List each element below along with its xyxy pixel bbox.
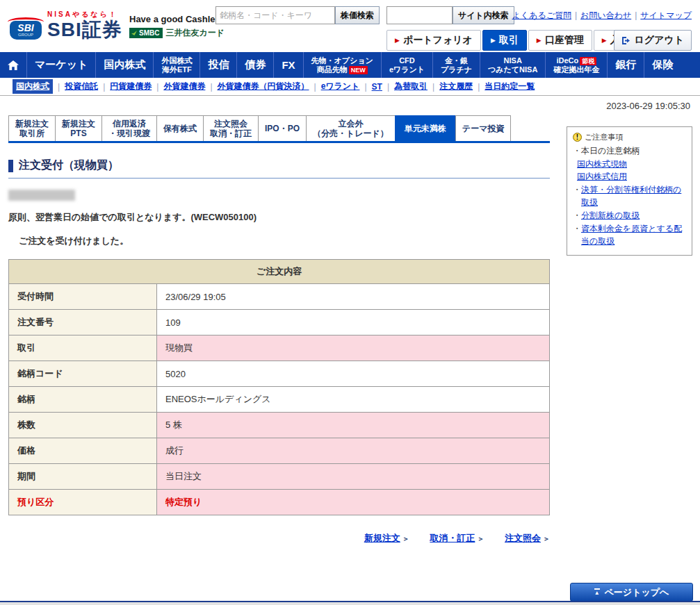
trade-button[interactable]: ▶ 取引 [482,30,527,51]
nav-insurance[interactable]: 保険 [644,52,681,78]
order-detail-table: ご注文内容 受付時間 23/06/29 19:05 注文番号 109 取引 現物… [8,259,550,515]
nav-fx[interactable]: FX [273,52,302,78]
account-name-redacted [8,190,75,201]
new-badge: NEW [349,66,368,74]
tab-order-inquiry[interactable]: 注文照会取消・訂正 [203,115,259,141]
sub-nav: 国内株式| 投資信託| 円貨建債券| 外貨建債券| 外貨建債券（円貨決済）| e… [0,78,700,96]
sbi-group-emblem-icon: SBI GROUP [10,21,42,40]
contact-link[interactable]: お問い合わせ [580,10,631,20]
table-row: 銘柄コード 5020 [9,361,550,387]
header-search-area: 株価検索 サイト内検索 [215,6,514,24]
subnav-forex[interactable]: 為替取引 [394,81,428,92]
subnav-ewarrant[interactable]: eワラント [321,81,360,92]
subnav-st[interactable]: ST [372,82,382,92]
tab-ipo-po[interactable]: IPO・PO [258,115,307,141]
notice-link-split-shares[interactable]: 分割新株の取扱 [581,210,640,220]
smbc-slogan: Have a good Cashless. [129,14,228,24]
table-row: 価格 成行 [9,438,550,464]
tab-held-stocks[interactable]: 保有株式 [156,115,204,141]
chevron-right-icon: ＞ [402,535,409,542]
smbc-ad[interactable]: Have a good Cashless. SMBC 三井住友カード [129,14,228,39]
cancel-amend-link[interactable]: 取消・訂正 [430,533,475,543]
new-order-link[interactable]: 新規注文 [364,533,400,543]
notice-link-domestic-cash[interactable]: 国内株式現物 [577,159,627,169]
nav-home[interactable] [0,52,26,78]
sbi-logo[interactable]: SBI GROUP NISAやるなら！ SBI証券 [10,10,122,40]
logo-tagline: NISAやるなら！ [47,10,122,19]
subnav-today-executions[interactable]: 当日約定一覧 [485,81,535,92]
nav-bonds[interactable]: 債券 [236,52,273,78]
site-search-input[interactable] [386,6,453,24]
nav-futures-options[interactable]: 先物・オプション 商品先物NEW [303,52,381,78]
order-tab-bar: 新規注文取引所 新規注文PTS 信用返済・現引現渡 保有株式 注文照会取消・訂正… [8,115,550,143]
tab-new-order-pts[interactable]: 新規注文PTS [55,115,102,141]
stock-search-input[interactable] [215,6,335,24]
chevron-right-icon: ＞ [477,535,484,542]
subnav-foreign-bonds[interactable]: 外貨建債券 [163,81,205,92]
logout-button[interactable]: ログアウト [614,30,692,51]
footer-gray-strip [0,602,700,605]
notice-link-capital-surplus-dividend[interactable]: 資本剰余金を原資とする配当の取扱 [581,224,682,247]
smbc-logo-icon: SMBC [129,28,163,38]
subnav-domestic-stock[interactable]: 国内株式 [13,79,53,94]
server-timestamp: 2023-06-29 19:05:30 [606,101,690,111]
arrow-icon: ▶ [602,37,607,44]
nav-bank[interactable]: 銀行 [607,52,644,78]
chevron-right-icon: ＞ [543,535,550,542]
help-links: よくあるご質問|お問い合わせ|サイトマップ [512,10,692,22]
sitemap-link[interactable]: サイトマップ [640,10,692,20]
arrow-icon: ▶ [491,37,496,44]
arrow-icon: ▶ [537,37,542,44]
table-row: 期間 当日注文 [9,464,550,490]
table-row: 注文番号 109 [9,310,550,335]
site-search-button[interactable]: サイト内検索 [453,6,514,24]
page-title-block: 注文受付（現物買） [8,158,550,179]
account-management-button[interactable]: ▶ 口座管理 [528,30,592,51]
nav-nisa[interactable]: NISA つみたてNISA [480,52,545,78]
notice-title: ご注意事項 [585,131,623,143]
tab-margin-repayment[interactable]: 信用返済・現引現渡 [101,115,157,141]
action-links: 新規注文＞ 取消・訂正＞ 注文照会＞ [8,532,550,545]
nav-funds[interactable]: 投信 [200,52,236,78]
site-header: SBI GROUP NISAやるなら！ SBI証券 Have a good Ca… [0,0,700,52]
subnav-foreign-bonds-yen[interactable]: 外貨建債券（円貨決済） [218,81,309,92]
nav-ideco[interactable]: iDeCo節税 確定拠出年金 [545,52,607,78]
home-icon [8,60,19,70]
page-top-button[interactable]: ▲ ページトップへ [570,583,693,602]
table-row: 取引 現物買 [9,335,550,361]
main-content: 注文受付（現物買） 原則、翌営業日の始値での取引となります。(WECW05010… [8,158,550,545]
tab-off-auction[interactable]: 立会外（分売・トレード） [306,115,396,141]
faq-link[interactable]: よくあるご質問 [512,10,571,20]
notice-link-rights-stocks[interactable]: 決算・分割等権利付銘柄の取扱 [581,185,681,208]
arrow-icon: ▶ [395,37,400,44]
table-header-row: ご注文内容 [9,260,550,284]
subnav-yen-bonds[interactable]: 円貨建債券 [110,81,152,92]
notice-bullet: ・本日の注意銘柄 [573,144,686,158]
logout-icon [621,36,630,45]
subnav-order-history[interactable]: 注文履歴 [439,81,473,92]
nav-domestic-stock[interactable]: 国内株式 [95,52,153,78]
tab-theme-investment[interactable]: テーマ投資 [455,115,512,141]
notice-box: ! ご注意事項 ・本日の注意銘柄 国内株式現物 国内株式信用 ・決算・分割等権利… [567,126,692,256]
tax-badge: 節税 [580,57,596,65]
table-row: 株数 5 株 [9,413,550,438]
table-row: 受付時間 23/06/29 19:05 [9,284,550,310]
tab-fractional-shares[interactable]: 単元未満株 [395,115,456,141]
stock-search-button[interactable]: 株価検索 [335,6,380,24]
triangle-up-icon: ▲ [594,588,600,596]
page-title: 注文受付（現物買） [19,158,119,173]
nav-foreign-stock[interactable]: 外国株式 海外ETF [153,52,200,78]
tab-new-order-exchange[interactable]: 新規注文取引所 [8,115,56,141]
nav-gold-silver[interactable]: 金・銀 プラチナ [432,52,480,78]
order-inquiry-link[interactable]: 注文照会 [505,533,541,543]
nav-market[interactable]: マーケット [26,52,95,78]
order-accepted-message: ご注文を受け付けました。 [19,235,550,247]
subnav-investment-trust[interactable]: 投資信託 [65,81,98,92]
logo-brand: SBI証券 [47,20,122,40]
table-row: 銘柄 ENEOSホールディングス [9,387,550,413]
portfolio-button[interactable]: ▶ ポートフォリオ [386,30,481,51]
title-accent-bar [8,160,13,172]
notice-link-domestic-margin[interactable]: 国内株式信用 [577,172,627,181]
nav-cfd[interactable]: CFD eワラント [381,52,432,78]
emblem-sub: GROUP [18,33,33,37]
